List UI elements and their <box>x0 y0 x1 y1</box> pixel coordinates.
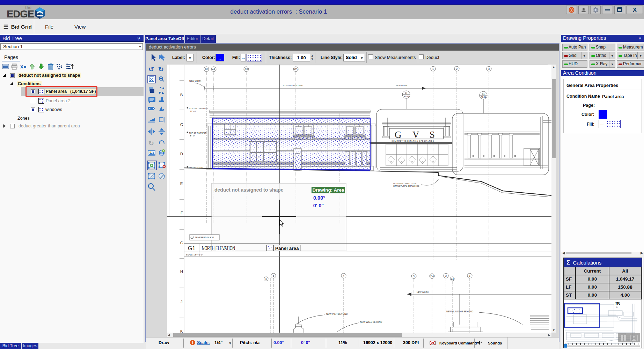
svg-text:TEMPERED GLASS: TEMPERED GLASS <box>195 236 214 238</box>
svg-text:2: 2 <box>445 275 447 277</box>
svg-text:C: C <box>180 122 183 127</box>
svg-text:NEW WALL BEYOND: NEW WALL BEYOND <box>360 321 382 323</box>
svg-text:GOURMET VEGETARIAN SPECIALTIES: GOURMET VEGETARIAN SPECIALTIES <box>391 140 434 142</box>
svg-text:6: 6 <box>265 278 267 280</box>
svg-text:0.00°: 0.00° <box>313 195 325 201</box>
svg-text:1: 1 <box>432 68 434 70</box>
svg-text:NEW BUILDING BEYOND: NEW BUILDING BEYOND <box>446 310 473 313</box>
svg-text:↻: ↻ <box>148 140 154 147</box>
svg-text:Panel area: Panel area <box>275 246 299 251</box>
svg-text:S: S <box>430 129 435 140</box>
svg-text:0' 0": 0' 0" <box>313 203 324 208</box>
svg-text:F: F <box>181 211 183 215</box>
svg-text:8' - 0": 8' - 0" <box>190 135 195 137</box>
svg-text:Ø1: Ø1 <box>205 68 208 70</box>
svg-text:G1: G1 <box>188 245 195 251</box>
svg-text:øA: øA <box>212 68 215 70</box>
svg-text:5: 5 <box>273 275 274 277</box>
svg-text:3: 3 <box>488 68 490 70</box>
svg-text:Ø5: Ø5 <box>294 68 297 70</box>
svg-text:K: K <box>180 329 183 333</box>
svg-text:ø4: ø4 <box>451 278 454 280</box>
svg-text:NORTH ELEVATION: NORTH ELEVATION <box>202 245 235 251</box>
svg-text:G: G <box>395 129 402 140</box>
svg-text:EXISTING BUILDING: EXISTING BUILDING <box>283 84 303 87</box>
svg-text:NEW WORK: NEW WORK <box>417 291 429 293</box>
svg-text:NEW WORK: NEW WORK <box>396 84 408 87</box>
svg-text:?: ? <box>571 8 573 12</box>
svg-text:G: G <box>180 241 183 245</box>
svg-text:SCALE: 1/8" = 1'-0": SCALE: 1/8" = 1'-0" <box>186 254 203 256</box>
svg-text:deduct not assigned to shape: deduct not assigned to shape <box>214 187 284 193</box>
svg-text:2.4: 2.4 <box>430 275 434 277</box>
svg-text:3: 3 <box>413 275 415 277</box>
svg-text:Drawing: Area: Drawing: Area <box>312 187 344 193</box>
svg-text:V: V <box>412 129 419 140</box>
svg-text:A1.01: A1.01 <box>481 96 486 98</box>
svg-text:STRUCTURAL DRAWINGS: STRUCTURAL DRAWINGS <box>393 185 419 187</box>
svg-text:↻: ↻ <box>158 66 164 73</box>
svg-text:A1.00: A1.00 <box>404 95 409 97</box>
svg-text:JB: JB <box>615 301 620 306</box>
svg-text:NEW WORK: NEW WORK <box>189 80 201 82</box>
svg-text:2: 2 <box>456 68 458 70</box>
svg-text:Ø3: Ø3 <box>244 68 248 70</box>
svg-text:EDGE: EDGE <box>7 8 34 19</box>
svg-text:P1: P1 <box>405 92 408 94</box>
svg-text:B: B <box>180 93 183 97</box>
svg-text:G1: G1 <box>482 93 484 95</box>
svg-text:E: E <box>180 181 183 186</box>
svg-text:1: 1 <box>469 275 470 277</box>
svg-text:↺: ↺ <box>148 66 154 73</box>
svg-text:NEW PIER BEYOND: NEW PIER BEYOND <box>326 313 348 315</box>
svg-text:TOP OF PARAPET: TOP OF PARAPET <box>189 132 206 134</box>
svg-text:EXISTING PARAPET: EXISTING PARAPET <box>189 107 208 110</box>
svg-text:X: X <box>20 64 23 69</box>
svg-text:4: 4 <box>343 275 344 277</box>
svg-text:H: H <box>180 269 183 274</box>
svg-text:J: J <box>181 300 183 304</box>
svg-text:RETAINING WALL - SEE: RETAINING WALL - SEE <box>393 183 417 185</box>
svg-text:D: D <box>180 152 183 156</box>
svg-text:®: ® <box>616 306 618 309</box>
svg-text:31' - 6": 31' - 6" <box>190 110 196 112</box>
